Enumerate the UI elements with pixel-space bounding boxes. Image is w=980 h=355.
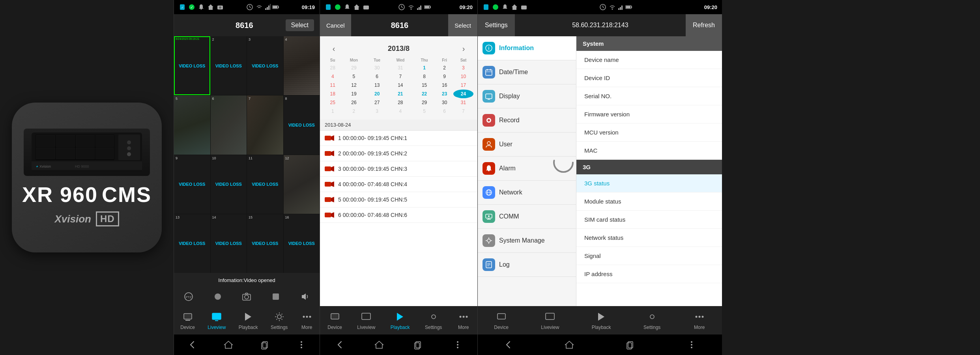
- snapshot-btn[interactable]: [239, 290, 254, 304]
- cam-cell-7[interactable]: 7: [247, 95, 283, 154]
- cam-cell-9[interactable]: 9 VIDEO LOSS: [174, 155, 210, 214]
- nav-more-pb[interactable]: More: [457, 310, 470, 330]
- cal-day[interactable]: 31: [453, 98, 473, 107]
- menu-item-network[interactable]: Network: [478, 181, 576, 205]
- liveview-select-btn[interactable]: Select: [286, 19, 314, 31]
- menu-item-display[interactable]: Display: [478, 84, 576, 108]
- cal-day[interactable]: 3: [453, 64, 473, 72]
- record-item[interactable]: 4 00:00:00- 07:46:48 CHN:4: [320, 177, 477, 192]
- menu-item-record[interactable]: Record: [478, 108, 576, 133]
- nav-more-s[interactable]: More: [693, 310, 706, 330]
- nav-playback-pb[interactable]: Playback: [391, 310, 410, 330]
- cal-day[interactable]: 18: [324, 90, 341, 98]
- cal-day[interactable]: 4: [388, 107, 413, 116]
- cal-day[interactable]: 7: [388, 72, 413, 81]
- cal-day[interactable]: 11: [324, 81, 341, 90]
- cal-day[interactable]: 6: [436, 107, 453, 116]
- menu-btn-pb[interactable]: [449, 336, 466, 353]
- cal-day[interactable]: 15: [413, 81, 436, 90]
- menu-item-datetime[interactable]: Date/Time: [478, 60, 576, 84]
- cal-day[interactable]: 26: [341, 98, 366, 107]
- cal-day[interactable]: 17: [453, 81, 473, 90]
- nav-more-liveview[interactable]: More: [301, 310, 313, 330]
- cal-day[interactable]: 4: [324, 72, 341, 81]
- cal-day[interactable]: 9: [436, 72, 453, 81]
- audio-btn[interactable]: [298, 290, 312, 304]
- cam-cell-16[interactable]: 16 VIDEO LOSS: [284, 214, 320, 273]
- cam-cell-3[interactable]: 3 VIDEO LOSS: [247, 36, 283, 95]
- cal-day[interactable]: 2: [341, 107, 366, 116]
- settings-tab-btn[interactable]: Settings: [478, 14, 515, 36]
- nav-liveview-pb[interactable]: Liveview: [357, 310, 375, 330]
- nav-playback-liveview[interactable]: Playback: [239, 310, 258, 330]
- submenu-ip-address[interactable]: IP address: [576, 265, 722, 283]
- recents-btn-pb[interactable]: [410, 336, 427, 353]
- cam-cell-2[interactable]: 2 VIDEO LOSS: [211, 36, 247, 95]
- record-btn[interactable]: [211, 290, 225, 304]
- cal-day[interactable]: 29: [341, 64, 366, 72]
- nav-settings-pb[interactable]: Settings: [425, 310, 442, 330]
- submenu-network-status[interactable]: Network status: [576, 229, 722, 247]
- menu-item-information[interactable]: i Information: [478, 36, 576, 60]
- cal-prev-btn[interactable]: ‹: [328, 43, 340, 54]
- cal-day[interactable]: 10: [453, 72, 473, 81]
- nav-playback-s[interactable]: Playback: [592, 310, 611, 330]
- menu-item-system-manage[interactable]: System Manage: [478, 229, 576, 253]
- cal-day[interactable]: 30: [436, 98, 453, 107]
- menu-item-comm[interactable]: COMM: [478, 205, 576, 229]
- cal-day[interactable]: 1: [413, 64, 436, 72]
- cam-cell-14[interactable]: 14 VIDEO LOSS: [211, 214, 247, 273]
- cal-day[interactable]: 28: [388, 98, 413, 107]
- cal-day[interactable]: 24: [453, 90, 473, 98]
- playback-cancel-btn[interactable]: Cancel: [320, 14, 351, 36]
- cal-day[interactable]: 21: [388, 90, 413, 98]
- record-item[interactable]: 1 00:00:00- 09:19:45 CHN:1: [320, 131, 477, 146]
- cam-cell-4[interactable]: 4: [284, 36, 320, 95]
- record-item[interactable]: 5 00:00:00- 09:19:45 CHN:5: [320, 192, 477, 207]
- cal-day[interactable]: 30: [366, 64, 388, 72]
- home-btn-lv[interactable]: [220, 336, 237, 353]
- recents-btn-lv[interactable]: [256, 336, 274, 353]
- cal-next-btn[interactable]: ›: [458, 43, 469, 54]
- record-item[interactable]: 6 00:00:00- 07:46:48 CHN:6: [320, 207, 477, 223]
- cal-day[interactable]: 1: [324, 107, 341, 116]
- menu-btn-s[interactable]: [683, 336, 700, 353]
- back-btn-pb[interactable]: [331, 336, 348, 353]
- cal-day[interactable]: 31: [388, 64, 413, 72]
- submenu-device-id[interactable]: Device ID: [576, 69, 722, 87]
- nav-settings-s[interactable]: Settings: [643, 310, 660, 330]
- cal-day[interactable]: 22: [413, 90, 436, 98]
- cal-day[interactable]: 5: [413, 107, 436, 116]
- nav-liveview[interactable]: Liveview: [208, 310, 226, 330]
- cam-cell-11[interactable]: 11 VIDEO LOSS: [247, 155, 283, 214]
- cal-day[interactable]: 16: [436, 81, 453, 90]
- menu-btn-lv[interactable]: [293, 336, 310, 353]
- cal-day[interactable]: 14: [388, 81, 413, 90]
- cal-day[interactable]: 13: [366, 81, 388, 90]
- cal-day[interactable]: 25: [324, 98, 341, 107]
- home-btn-s[interactable]: [561, 336, 578, 353]
- cam-cell-6[interactable]: 6: [211, 95, 247, 154]
- nav-device-pb[interactable]: Device: [327, 310, 342, 330]
- back-btn-lv[interactable]: [183, 336, 201, 353]
- submenu-sim-card-status[interactable]: SIM card status: [576, 211, 722, 229]
- cam-cell-5[interactable]: 5: [174, 95, 210, 154]
- cal-day[interactable]: 8: [413, 72, 436, 81]
- menu-item-log[interactable]: Log: [478, 253, 576, 277]
- ptz-btn[interactable]: PTZ: [181, 290, 196, 304]
- cal-day[interactable]: 28: [324, 64, 341, 72]
- submenu-device-name[interactable]: Device name: [576, 51, 722, 69]
- back-btn-s[interactable]: [499, 336, 517, 353]
- cal-day[interactable]: 7: [453, 107, 473, 116]
- cal-day[interactable]: 29: [413, 98, 436, 107]
- playback-select-btn[interactable]: Select: [448, 14, 477, 36]
- cal-day[interactable]: 20: [366, 90, 388, 98]
- cal-day[interactable]: 5: [341, 72, 366, 81]
- cal-day[interactable]: 2: [436, 64, 453, 72]
- settings-refresh-btn[interactable]: Refresh: [686, 14, 722, 36]
- cam-cell-13[interactable]: 13 VIDEO LOSS: [174, 214, 210, 273]
- stop-btn[interactable]: [269, 290, 283, 304]
- cal-day[interactable]: 23: [436, 90, 453, 98]
- submenu-serial-no[interactable]: Serial NO.: [576, 87, 722, 105]
- submenu-signal[interactable]: Signal: [576, 247, 722, 265]
